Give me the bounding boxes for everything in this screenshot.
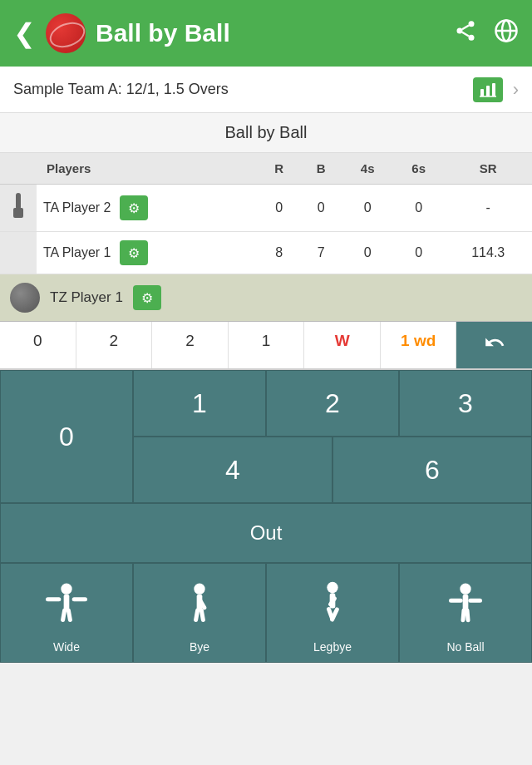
legbye-icon [308, 577, 357, 635]
player2-fours: 0 [342, 232, 393, 274]
player-name-cell: TA Player 2 ⚙ [37, 185, 258, 232]
back-button[interactable]: ❮ [13, 17, 36, 49]
svg-rect-13 [13, 208, 23, 218]
undo-button[interactable] [456, 322, 532, 368]
numpad: 0 1 2 3 4 6 Out [0, 370, 532, 563]
svg-rect-16 [72, 597, 87, 601]
out-button[interactable]: Out [0, 503, 532, 563]
bye-icon [175, 577, 224, 635]
ball-wicket[interactable]: W [304, 322, 381, 368]
header-left: ❮ Ball by Ball [13, 13, 230, 53]
num-1-button[interactable]: 1 [133, 370, 266, 437]
wide-icon [42, 577, 91, 635]
player-settings-button[interactable]: ⚙ [120, 195, 148, 220]
svg-point-14 [61, 584, 71, 595]
extras-row: Wide Bye Legbye [0, 563, 532, 663]
table-header-6s: 6s [393, 153, 445, 185]
player-runs: 0 [258, 185, 300, 232]
svg-rect-12 [16, 193, 21, 210]
num-4-button[interactable]: 4 [133, 437, 332, 503]
app-title: Ball by Ball [96, 19, 230, 47]
svg-line-3 [462, 32, 469, 36]
player-sixes: 0 [393, 185, 445, 232]
ball-wide[interactable]: 1 wd [381, 322, 457, 368]
table-header-sr: SR [444, 153, 532, 185]
score-bar-chevron[interactable]: › [513, 79, 519, 101]
num-3-button[interactable]: 3 [399, 370, 532, 437]
chart-icon[interactable] [473, 77, 503, 102]
bowler-row: TZ Player 1 ⚙ [0, 274, 532, 322]
score-bar-right: › [473, 77, 519, 102]
player-name-2: TA Player 1 [43, 245, 111, 260]
player2-balls: 7 [300, 232, 342, 274]
section-title: Ball by Ball [0, 113, 532, 153]
player-name-cell-2: TA Player 1 ⚙ [37, 232, 258, 274]
ball-3[interactable]: 1 [229, 322, 305, 368]
player-fours: 0 [342, 185, 393, 232]
svg-point-0 [469, 21, 475, 27]
svg-rect-31 [463, 595, 469, 610]
svg-line-4 [462, 25, 469, 29]
svg-rect-32 [449, 599, 463, 603]
player2-sixes: 0 [393, 232, 445, 274]
scorecard-table: Players R B 4s 6s SR TA Player 2 ⚙ 0 [0, 153, 532, 274]
player-name: TA Player 2 [43, 200, 111, 215]
noball-label: No Ball [446, 640, 484, 654]
svg-point-2 [469, 34, 475, 40]
legbye-label: Legbye [313, 640, 352, 654]
ball-sequence: 0 2 2 1 W 1 wd [0, 322, 532, 370]
svg-rect-18 [61, 608, 67, 622]
svg-rect-19 [66, 608, 72, 622]
svg-rect-24 [199, 608, 205, 622]
bat-icon-cell-2 [0, 232, 37, 274]
header-right [454, 18, 519, 49]
table-header-icon [0, 153, 37, 185]
wide-button[interactable]: Wide [0, 563, 133, 663]
cricket-ball-icon [46, 13, 86, 53]
svg-point-30 [460, 584, 470, 595]
noball-button[interactable]: No Ball [399, 563, 532, 663]
legbye-button[interactable]: Legbye [266, 563, 399, 663]
noball-icon [441, 577, 490, 635]
bowler-ball-icon [10, 283, 40, 313]
ball-2[interactable]: 2 [152, 322, 229, 368]
table-header-r: R [258, 153, 300, 185]
bye-label: Bye [190, 640, 209, 654]
globe-icon[interactable] [494, 18, 519, 49]
bye-button[interactable]: Bye [133, 563, 266, 663]
numpad-row-1: 0 1 2 3 4 6 [0, 370, 532, 503]
svg-point-25 [327, 582, 337, 593]
ball-0[interactable]: 0 [0, 322, 76, 368]
player-sr: - [444, 185, 532, 232]
score-bar: Sample Team A: 12/1, 1.5 Overs › [0, 67, 532, 113]
bowler-name: TZ Player 1 [50, 289, 123, 306]
svg-rect-9 [486, 86, 490, 96]
ball-1[interactable]: 2 [76, 322, 153, 368]
num-2-button[interactable]: 2 [266, 370, 399, 437]
bowler-settings-button[interactable]: ⚙ [133, 285, 161, 310]
svg-point-1 [457, 27, 463, 33]
svg-rect-10 [492, 83, 495, 96]
share-icon[interactable] [454, 19, 477, 48]
num-0-button[interactable]: 0 [0, 370, 133, 503]
table-header-b: B [300, 153, 342, 185]
svg-rect-8 [480, 89, 484, 96]
table-header-players: Players [37, 153, 258, 185]
svg-rect-15 [64, 595, 70, 610]
player2-sr: 114.3 [444, 232, 532, 274]
svg-point-20 [194, 584, 204, 595]
player2-runs: 8 [258, 232, 300, 274]
wide-label: Wide [53, 640, 80, 654]
svg-rect-33 [468, 599, 482, 603]
numpad-col-right: 1 2 3 4 6 [133, 370, 532, 503]
svg-rect-23 [194, 608, 200, 622]
svg-rect-35 [465, 608, 470, 622]
player-2-settings-button[interactable]: ⚙ [120, 240, 148, 265]
player-balls: 0 [300, 185, 342, 232]
svg-rect-17 [46, 597, 61, 601]
bat-icon-cell [0, 185, 37, 232]
num-6-button[interactable]: 6 [332, 437, 532, 503]
header: ❮ Ball by Ball [0, 0, 532, 67]
table-header-4s: 4s [342, 153, 393, 185]
score-text: Sample Team A: 12/1, 1.5 Overs [13, 81, 229, 98]
